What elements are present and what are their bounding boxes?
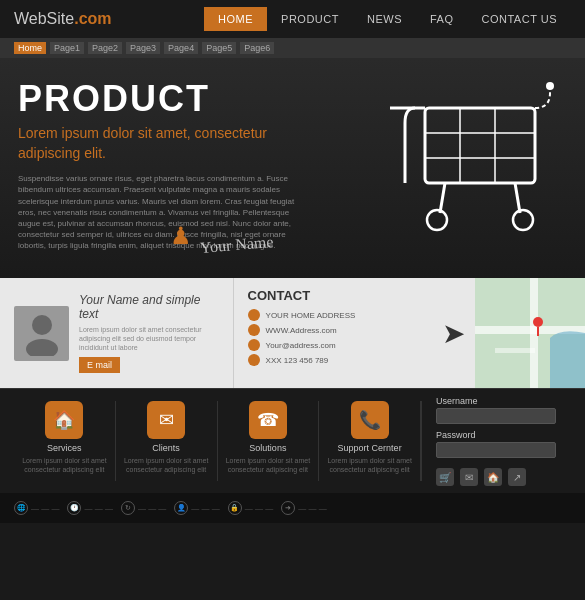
solutions-icon: ☎ (249, 401, 287, 439)
lock-icon: 🔒 (228, 501, 242, 515)
svg-point-12 (26, 339, 58, 356)
services-section: 🏠 Services Lorem ipsum dolor sit amet co… (0, 388, 585, 493)
svg-point-17 (533, 317, 543, 327)
svg-point-9 (513, 210, 533, 230)
nav-news[interactable]: NEWS (353, 7, 416, 31)
website-text: WWW.Address.com (266, 326, 337, 335)
arrow-icon: ➤ (442, 317, 465, 350)
contact-title: CONTACT (248, 288, 418, 303)
svg-point-11 (32, 315, 52, 335)
profile-area: Your Name and simple text Lorem ipsum do… (0, 278, 233, 388)
subnav-page1[interactable]: Page1 (50, 42, 84, 54)
footer: 🌐 — — — 🕐 — — — ↻ — — — 👤 — — — 🔒 — — — … (0, 493, 585, 523)
username-input[interactable] (436, 408, 556, 424)
email-button[interactable]: E mail (79, 357, 120, 373)
logo-text: WebSite (14, 10, 74, 27)
svg-line-7 (515, 183, 520, 213)
hero-section: PRODUCT Lorem ipsum dolor sit amet, cons… (0, 58, 585, 278)
address-row: YOUR HOME ADDRESS (248, 309, 418, 321)
nav-product[interactable]: PRODUCT (267, 7, 353, 31)
clients-desc: Lorem ipsum dolor sit amet consectetur a… (122, 456, 211, 474)
email-text: Your@address.com (266, 341, 336, 350)
mail-icon[interactable]: ✉ (460, 468, 478, 486)
main-nav: HOME PRODUCT NEWS FAQ CONTACT US (204, 7, 571, 31)
email-icon (248, 339, 260, 351)
footer-globe[interactable]: 🌐 — — — (14, 501, 59, 515)
nav-contact[interactable]: CONTACT US (468, 7, 572, 31)
website-icon (248, 324, 260, 336)
person-icon: ♟ (170, 222, 192, 250)
website-row: WWW.Address.com (248, 324, 418, 336)
contact-info: CONTACT YOUR HOME ADDRESS WWW.Address.co… (233, 278, 432, 388)
password-input[interactable] (436, 442, 556, 458)
globe-icon: 🌐 (14, 501, 28, 515)
svg-rect-16 (495, 348, 535, 353)
svg-rect-15 (530, 278, 538, 388)
footer-arrow[interactable]: ➜ — — — (281, 501, 326, 515)
svg-point-10 (546, 82, 554, 90)
cart-image (365, 78, 565, 248)
support-icon: 📞 (351, 401, 389, 439)
logo-suffix: .com (74, 10, 111, 27)
clock-icon: 🕐 (67, 501, 81, 515)
home-icon[interactable]: 🏠 (484, 468, 502, 486)
subnav-page2[interactable]: Page2 (88, 42, 122, 54)
subnav-home[interactable]: Home (14, 42, 46, 54)
subnav-page6[interactable]: Page6 (240, 42, 274, 54)
solutions-desc: Lorem ipsum dolor sit amet consectetur a… (224, 456, 313, 474)
services-desc: Lorem ipsum dolor sit amet consectetur a… (20, 456, 109, 474)
address-text: YOUR HOME ADDRESS (266, 311, 356, 320)
refresh-icon: ↻ (121, 501, 135, 515)
support-desc: Lorem ipsum dolor sit amet consectetur a… (325, 456, 414, 474)
contact-section: Your Name and simple text Lorem ipsum do… (0, 278, 585, 388)
service-item-solutions: ☎ Solutions Lorem ipsum dolor sit amet c… (218, 401, 320, 481)
phone-text: XXX 123 456 789 (266, 356, 329, 365)
arrow-area: ➤ (432, 278, 475, 388)
subnav-page4[interactable]: Page4 (164, 42, 198, 54)
clients-icon: ✉ (147, 401, 185, 439)
email-row: Your@address.com (248, 339, 418, 351)
map-area (475, 278, 585, 388)
service-item-support: 📞 Support Cernter Lorem ipsum dolor sit … (319, 401, 421, 481)
logo: WebSite.com (14, 10, 204, 28)
login-action-icons: 🛒 ✉ 🏠 ↗ (436, 468, 571, 486)
services-label: Services (47, 443, 82, 453)
svg-point-8 (427, 210, 447, 230)
subnav-page3[interactable]: Page3 (126, 42, 160, 54)
nav-home[interactable]: HOME (204, 7, 267, 31)
profile-desc: Lorem ipsum dolor sit amet consectetur a… (79, 325, 219, 352)
subnav: Home Page1 Page2 Page3 Page4 Page5 Page6 (0, 38, 585, 58)
services-icon: 🏠 (45, 401, 83, 439)
subnav-page5[interactable]: Page5 (202, 42, 236, 54)
profile-text: Your Name and simple text Lorem ipsum do… (79, 293, 219, 373)
footer-icons-left: 🌐 — — — 🕐 — — — ↻ — — — 👤 — — — 🔒 — — — … (14, 501, 327, 515)
login-area: Username Password 🛒 ✉ 🏠 ↗ (421, 401, 571, 481)
nav-faq[interactable]: FAQ (416, 7, 468, 31)
footer-user[interactable]: 👤 — — — (174, 501, 219, 515)
address-icon (248, 309, 260, 321)
clients-label: Clients (152, 443, 180, 453)
avatar (14, 306, 69, 361)
profile-name: Your Name and simple text (79, 293, 219, 321)
support-label: Support Cernter (338, 443, 402, 453)
service-item-services: 🏠 Services Lorem ipsum dolor sit amet co… (14, 401, 116, 481)
footer-clock[interactable]: 🕐 — — — (67, 501, 112, 515)
user-icon: 👤 (174, 501, 188, 515)
footer-lock[interactable]: 🔒 — — — (228, 501, 273, 515)
header: WebSite.com HOME PRODUCT NEWS FAQ CONTAC… (0, 0, 585, 38)
phone-row: XXX 123 456 789 (248, 354, 418, 366)
solutions-label: Solutions (249, 443, 286, 453)
svg-rect-0 (425, 108, 535, 183)
svg-line-6 (440, 183, 445, 213)
cart-icon[interactable]: 🛒 (436, 468, 454, 486)
username-label: Username (436, 396, 571, 406)
password-label: Password (436, 430, 571, 440)
phone-icon (248, 354, 260, 366)
hero-subtitle: Lorem ipsum dolor sit amet, consectetur … (18, 124, 318, 163)
arrow-right-icon: ➜ (281, 501, 295, 515)
service-item-clients: ✉ Clients Lorem ipsum dolor sit amet con… (116, 401, 218, 481)
footer-refresh[interactable]: ↻ — — — (121, 501, 166, 515)
login-icon[interactable]: ↗ (508, 468, 526, 486)
